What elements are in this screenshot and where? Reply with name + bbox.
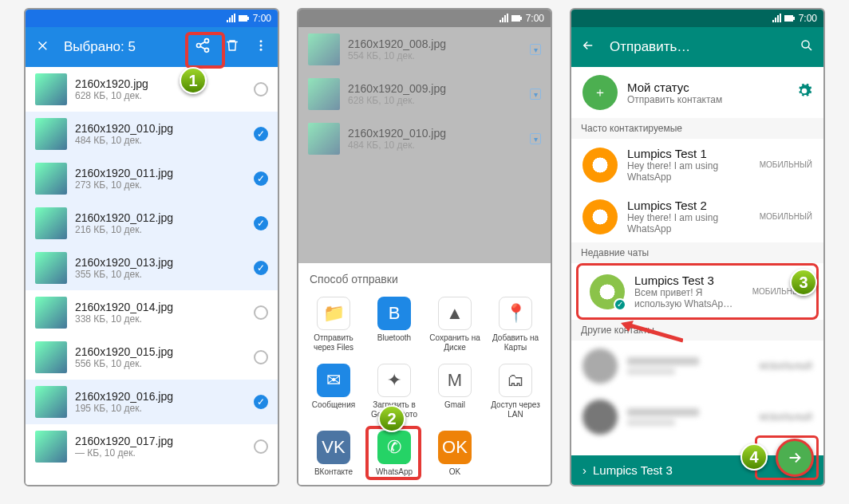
app-label: Отправить через Files [305,333,362,352]
share-app[interactable]: VK ВКонтакте [303,427,364,480]
checkbox-icon[interactable] [254,439,268,454]
share-grid: 📁 Отправить через Files B Bluetooth ▲ Со… [303,293,546,480]
share-sheet: Способ отправки 📁 Отправить через Files … [298,263,551,485]
file-thumbnail [35,386,67,418]
file-row[interactable]: 2160x1920_012.jpg 216 КБ, 10 дек. ✓ [26,201,278,246]
file-row: 2160x1920_009.jpg 628 КБ, 10 дек. ▾ [298,72,551,116]
share-app[interactable]: ✉ Сообщения [303,360,364,423]
file-name: 2160x1920_009.jpg [348,82,522,95]
app-icon: ✦ [377,364,411,397]
contact-status: Hey there! I am using WhatsApp [627,212,750,234]
file-list[interactable]: 2160x1920.jpg 628 КБ, 10 дек. 2160x1920_… [26,67,278,485]
app-icon: B [377,297,411,330]
app-icon: M [438,364,472,397]
delete-icon[interactable] [225,38,239,56]
app-icon: ✉ [317,364,350,397]
wa-contact[interactable]: Lumpics Test 2 Hey there! I am using Wha… [571,191,823,242]
app-label: Добавить на Карты [487,333,544,352]
svg-point-5 [260,40,263,42]
share-app[interactable]: 📁 Отправить через Files [303,293,364,356]
clock: 7:00 [253,13,271,24]
file-sub: 484 КБ, 10 дек. [348,140,522,151]
checkbox-icon[interactable] [254,82,268,96]
file-row[interactable]: 2160x1920_017.jpg — КБ, 10 дек. [26,424,278,469]
wa-contact[interactable]: Lumpics Test 1 Hey there! I am using Wha… [571,139,823,191]
signal-icon [772,14,781,23]
file-row[interactable]: 2160x1920.jpg 628 КБ, 10 дек. [26,67,278,112]
contact-name: Lumpics Test 1 [627,147,750,160]
avatar [582,348,618,384]
callout-4: 4 [740,443,768,471]
share-app[interactable]: 🗂 Доступ через LAN [485,360,546,423]
file-row[interactable]: 2160x1920_010.jpg 484 КБ, 10 дек. ✓ [26,112,278,156]
file-row[interactable]: 2160x1920_011.jpg 273 КБ, 10 дек. ✓ [26,156,278,201]
screen-whatsapp-send: 7:00 Отправить… ＋ Мой статус Отправить к… [570,8,825,486]
share-app[interactable]: 📍 Добавить на Карты [485,293,546,356]
file-name: 2160x1920_013.jpg [75,256,246,269]
file-name: 2160x1920_010.jpg [75,122,246,135]
share-app[interactable]: M Gmail [424,360,485,423]
checkbox-checked-icon[interactable]: ✓ [254,216,268,230]
wa-section-frequent: Часто контактируемые [571,118,823,139]
back-icon[interactable] [581,38,595,56]
highlight-whatsapp [365,426,421,480]
share-app[interactable]: B Bluetooth [364,293,424,356]
share-app[interactable]: OK OK [424,427,485,480]
app-icon: VK [317,431,350,464]
wa-contact[interactable]: МОБИЛЬНЫЙ [571,341,823,392]
svg-rect-8 [511,15,520,22]
file-sub: 338 КБ, 10 дек. [75,313,246,325]
file-row[interactable]: 2160x1920_013.jpg 355 КБ, 10 дек. ✓ [26,246,278,290]
callout-3: 3 [790,269,817,296]
file-row[interactable]: 2160x1920_014.jpg 338 КБ, 10 дек. [26,290,278,335]
contact-status [627,368,675,375]
checkbox-checked-icon[interactable]: ✓ [254,171,268,186]
search-icon[interactable] [800,38,814,56]
screen-file-manager: 7:00 Выбрано: 5 1 2160x1920.jpg 628 КБ, … [24,8,279,486]
screen-share-sheet: 7:00 2160x1920_008.jpg 554 КБ, 10 дек. ▾… [297,8,552,486]
file-thumbnail [308,78,340,110]
file-name: 2160x1920_011.jpg [75,167,246,179]
svg-rect-0 [239,15,247,22]
contact-status: Hey there! I am using WhatsApp [627,160,750,183]
contact-type: МОБИЛЬНЫЙ [760,212,812,221]
file-row[interactable]: 2160x1920_016.jpg 195 КБ, 10 дек. ✓ [26,380,278,424]
wa-contact-selected[interactable]: ✓ Lumpics Test 3 Всем привет! Я использу… [576,263,819,320]
wa-content[interactable]: ＋ Мой статус Отправить контактам Часто к… [571,67,823,455]
avatar [582,400,618,435]
svg-rect-9 [520,17,522,20]
battery-icon [784,14,796,23]
chevron-down-icon: ▾ [530,89,541,100]
app-label: ВКонтакте [305,467,362,477]
checkbox-icon[interactable] [254,305,268,320]
wa-title: Отправить… [610,39,785,55]
signal-icon [226,14,235,23]
gear-icon[interactable] [796,83,812,102]
contact-type: МОБИЛЬНЫЙ [760,413,812,422]
svg-rect-11 [793,17,795,20]
share-app[interactable]: ▲ Сохранить на Диске [424,293,485,356]
checkbox-icon[interactable] [254,350,268,364]
close-icon[interactable] [35,38,49,56]
checkbox-checked-icon[interactable]: ✓ [254,395,268,409]
file-sub: 216 КБ, 10 дек. [75,224,246,235]
checkbox-checked-icon[interactable]: ✓ [254,261,268,275]
send-fab[interactable] [776,439,814,477]
app-icon: 📍 [499,297,532,330]
contact-type: МОБИЛЬНЫЙ [760,160,812,169]
contact-name: Lumpics Test 3 [634,274,743,287]
file-name: 2160x1920_014.jpg [75,301,246,313]
wa-app-bar: Отправить… [571,27,823,67]
file-row[interactable]: 2160x1920_015.jpg 556 КБ, 10 дек. [26,335,278,380]
selected-contact-label: Lumpics Test 3 [593,463,673,477]
more-icon[interactable] [254,38,268,56]
selection-title: Выбрано: 5 [64,39,180,55]
status-bar: 7:00 [298,10,551,27]
wa-my-status[interactable]: ＋ Мой статус Отправить контактам [571,67,823,118]
clock: 7:00 [799,13,817,24]
file-name: 2160x1920_008.jpg [348,37,522,50]
share-sheet-title: Способ отправки [303,273,546,293]
app-label: Gmail [426,400,484,410]
checkbox-checked-icon[interactable]: ✓ [254,127,268,141]
app-icon: 📁 [317,297,350,330]
